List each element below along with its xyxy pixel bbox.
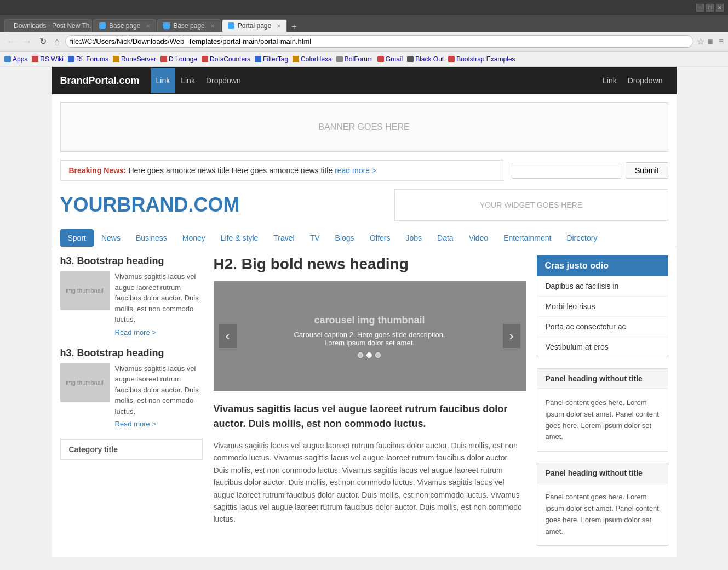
close-button[interactable]: ✕	[716, 4, 724, 12]
panel-2-heading: Panel heading without title	[537, 463, 668, 483]
cat-video[interactable]: Video	[461, 229, 496, 247]
gmail-favicon	[377, 56, 384, 62]
cat-jobs[interactable]: Jobs	[398, 229, 430, 247]
panel-1: Panel heading without title Panel conten…	[537, 368, 668, 452]
home-button[interactable]: ⌂	[52, 36, 62, 48]
reload-button[interactable]: ↻	[37, 35, 49, 48]
minimize-button[interactable]: –	[696, 4, 704, 12]
bookmark-dlounge[interactable]: D Lounge	[160, 55, 197, 63]
panel-1-body: Panel content goes here. Lorem ipsum dol…	[537, 389, 668, 451]
cat-sport[interactable]: Sport	[60, 229, 94, 247]
submit-button[interactable]: Submit	[626, 162, 668, 179]
cat-money[interactable]: Money	[175, 229, 213, 247]
browser-tab-3[interactable]: Base page ✕	[157, 19, 220, 32]
cat-business[interactable]: Business	[128, 229, 175, 247]
tab-close-2[interactable]: ✕	[146, 23, 150, 29]
sidebar-link-1[interactable]: Dapibus ac facilisis in	[537, 276, 668, 297]
carousel-dot-2[interactable]	[366, 352, 372, 358]
tab-label-3: Base page	[173, 22, 204, 30]
bookmark-dotacounters[interactable]: DotaCounters	[202, 55, 250, 63]
carousel-dots	[294, 352, 445, 358]
bookmark-rswiki[interactable]: RS Wiki	[32, 55, 64, 63]
panel-2-body: Panel content goes here. Lorem ipsum dol…	[537, 483, 668, 545]
tab-favicon-3	[163, 22, 170, 29]
address-input[interactable]	[65, 35, 693, 48]
bookmark-apps[interactable]: Apps	[4, 55, 27, 63]
left-column: h3. Bootstrap heading img thumbnail Viva…	[60, 255, 214, 557]
bookmark-runeserver[interactable]: RuneServer	[113, 55, 156, 63]
browser-tab-1[interactable]: Downloads - Post New Th... ✕	[4, 19, 92, 32]
article-2-body: img thumbnail Vivamus sagittis lacus vel…	[60, 363, 203, 429]
back-button[interactable]: ←	[4, 36, 18, 48]
carousel-next-button[interactable]: ›	[503, 324, 520, 348]
carousel-dot-3[interactable]	[375, 352, 381, 358]
panel-2: Panel heading without title Panel conten…	[537, 463, 668, 546]
browser-tab-2[interactable]: Base page ✕	[93, 19, 156, 32]
navbar-right-link-1[interactable]: Link	[597, 68, 622, 93]
search-input[interactable]	[512, 163, 621, 179]
small-article-2: h3. Bootstrap heading img thumbnail Viva…	[60, 347, 203, 429]
sidebar-link-4[interactable]: Vestibulum at eros	[537, 337, 668, 357]
blackout-favicon	[407, 56, 414, 62]
cat-entertainment[interactable]: Entertainment	[496, 229, 559, 247]
bookmark-colorhexa[interactable]: ColorHexa	[293, 55, 332, 63]
category-box: Category title	[60, 439, 203, 460]
bookmark-star-icon[interactable]: ☆	[697, 36, 704, 47]
article-2-text: Vivamus sagittis lacus vel augue laoreet…	[115, 364, 199, 415]
breaking-read-more[interactable]: read more >	[335, 166, 376, 175]
search-box: Submit	[512, 162, 668, 179]
bookmark-gmail[interactable]: Gmail	[377, 55, 403, 63]
tab-close-3[interactable]: ✕	[210, 23, 215, 29]
extensions-icon[interactable]: ■	[708, 37, 713, 47]
cat-blogs[interactable]: Blogs	[328, 229, 362, 247]
article-1-thumbnail: img thumbnail	[60, 271, 110, 310]
category-nav: Sport News Business Money Life & style T…	[52, 229, 677, 247]
article-1-text-block: Vivamus sagittis lacus vel augue laoreet…	[115, 271, 203, 337]
bolforum-favicon	[336, 56, 343, 62]
cat-lifestyle[interactable]: Life & style	[213, 229, 266, 247]
main-article-heading: H2. Big bold news heading	[214, 255, 526, 273]
dlounge-favicon	[160, 56, 167, 62]
rlforums-favicon	[68, 56, 74, 62]
runeserver-favicon	[113, 56, 119, 62]
tab-favicon-4	[228, 22, 234, 29]
colorhexa-favicon	[293, 56, 299, 62]
navbar: BrandPortal.com Link Link Dropdown Link …	[52, 67, 677, 94]
bookmark-bolforum[interactable]: BolForum	[336, 55, 373, 63]
browser-tab-4[interactable]: Portal page ✕	[222, 19, 287, 32]
sidebar-link-2[interactable]: Morbi leo risus	[537, 297, 668, 317]
bookmark-bootstrap[interactable]: Bootstrap Examples	[448, 55, 515, 63]
tabs-bar: Downloads - Post New Th... ✕ Base page ✕…	[0, 15, 728, 32]
filtertag-favicon	[255, 56, 261, 62]
tab-close-4[interactable]: ✕	[277, 23, 281, 29]
article-2-thumbnail: img thumbnail	[60, 363, 110, 402]
article-2-read-more[interactable]: Read more >	[115, 420, 203, 428]
cat-offers[interactable]: Offers	[362, 229, 398, 247]
bookmark-blackout[interactable]: Black Out	[407, 55, 444, 63]
navbar-brand[interactable]: BrandPortal.com	[60, 75, 140, 87]
cat-tv[interactable]: TV	[302, 229, 328, 247]
forward-button[interactable]: →	[21, 36, 34, 48]
cat-news[interactable]: News	[94, 229, 128, 247]
navbar-right-dropdown[interactable]: Dropdown	[622, 68, 668, 93]
navbar-link-2[interactable]: Link	[175, 68, 200, 93]
carousel-prev-button[interactable]: ‹	[219, 324, 237, 348]
carousel-dot-1[interactable]	[358, 352, 363, 358]
cat-directory[interactable]: Directory	[559, 229, 605, 247]
cat-travel[interactable]: Travel	[266, 229, 302, 247]
cat-data[interactable]: Data	[429, 229, 461, 247]
panel-1-heading: Panel heading without title	[537, 369, 668, 389]
bookmark-filtertag[interactable]: FilterTag	[255, 55, 288, 63]
navbar-link-1[interactable]: Link	[151, 68, 176, 93]
sidebar-link-3[interactable]: Porta ac consectetur ac	[537, 317, 668, 337]
maximize-button[interactable]: □	[706, 4, 714, 12]
bookmark-rlforums[interactable]: RL Forums	[68, 55, 108, 63]
new-tab-button[interactable]: +	[288, 22, 300, 32]
tab-favicon-2	[99, 22, 106, 29]
menu-icon[interactable]: ≡	[719, 37, 724, 47]
navbar-dropdown-1[interactable]: Dropdown	[200, 68, 247, 93]
breaking-news-row: Breaking News: Here goes annonce news ti…	[52, 160, 677, 181]
article-1-read-more[interactable]: Read more >	[115, 328, 203, 337]
page-container: BrandPortal.com Link Link Dropdown Link …	[52, 67, 677, 557]
breaking-label: Breaking News:	[69, 166, 127, 175]
